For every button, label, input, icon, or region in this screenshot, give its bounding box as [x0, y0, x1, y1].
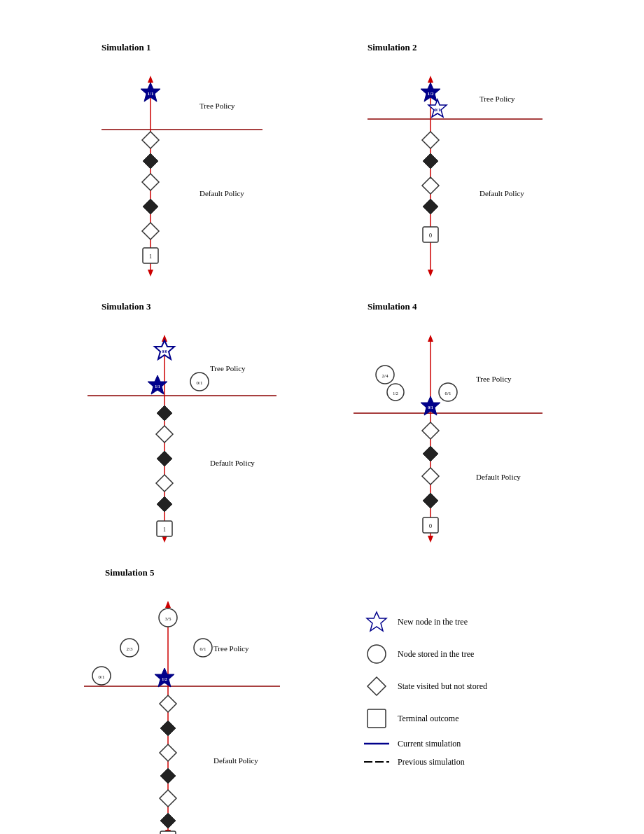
svg-marker-42	[156, 475, 173, 492]
page: Simulation 1 Tree Policy Default Policy …	[0, 0, 644, 834]
svg-marker-86	[160, 790, 176, 807]
svg-text:Tree Policy: Tree Policy	[210, 364, 246, 373]
legend-stored-node-label: Node stored in the tree	[398, 649, 474, 660]
sim4-title: Simulation 4	[368, 301, 416, 312]
bottom-row: Simulation 5 Tree Policy Default Policy …	[42, 567, 602, 834]
svg-marker-83	[160, 721, 176, 736]
svg-text:1/1: 1/1	[155, 384, 160, 389]
sim2-title: Simulation 2	[368, 42, 416, 53]
svg-text:0/0: 0/0	[162, 349, 167, 354]
svg-marker-15	[428, 270, 433, 277]
svg-marker-43	[157, 496, 172, 512]
legend-visited-state-label: State visited but not stored	[398, 681, 487, 692]
sim5-title: Simulation 5	[105, 567, 154, 578]
legend-container: New node in the tree Node stored in the …	[322, 567, 581, 834]
svg-marker-82	[160, 695, 176, 712]
legend-new-node-icon	[364, 609, 389, 634]
legend-previous-sim: Previous simulation	[364, 756, 595, 767]
sim3-title: Simulation 3	[102, 301, 150, 312]
svg-marker-87	[160, 813, 176, 828]
sim1-default-policy-label: Default Policy	[200, 189, 244, 197]
svg-marker-84	[160, 744, 176, 761]
svg-marker-39	[157, 405, 172, 421]
svg-text:0/1: 0/1	[445, 391, 451, 396]
legend-current-sim-icon	[364, 738, 389, 749]
legend-previous-sim-label: Previous simulation	[398, 757, 465, 767]
svg-marker-90	[367, 612, 386, 631]
simulation-4-block: Simulation 4 Tree Policy Default Policy …	[326, 301, 584, 553]
svg-marker-7	[143, 153, 158, 169]
svg-marker-85	[160, 768, 176, 784]
svg-rect-88	[160, 831, 176, 834]
svg-marker-16	[428, 76, 433, 83]
svg-text:0/1: 0/1	[197, 380, 203, 386]
svg-marker-21	[422, 132, 439, 148]
svg-text:Tree Policy: Tree Policy	[214, 644, 249, 653]
svg-marker-49	[428, 335, 433, 342]
legend-new-node-label: New node in the tree	[398, 617, 468, 627]
simulation-3-block: Simulation 3 Tree Policy Default Policy …	[59, 301, 318, 553]
svg-marker-23	[422, 177, 439, 194]
svg-text:0/1: 0/1	[428, 405, 433, 410]
svg-marker-2	[148, 270, 153, 277]
svg-text:1/2: 1/2	[428, 91, 434, 97]
legend-terminal-icon	[364, 706, 389, 731]
sim1-tree-policy-label: Tree Policy	[200, 102, 235, 110]
sim2-default-policy-label: Default Policy	[479, 189, 524, 197]
svg-text:3/5: 3/5	[165, 616, 172, 622]
sim2-tree-policy-label: Tree Policy	[479, 95, 515, 103]
svg-text:2/3: 2/3	[127, 646, 133, 652]
svg-marker-61	[423, 446, 438, 461]
svg-marker-63	[423, 493, 438, 508]
svg-text:1/2: 1/2	[162, 677, 167, 681]
svg-text:0: 0	[429, 232, 432, 239]
svg-text:Default Policy: Default Policy	[210, 459, 255, 467]
legend-terminal: Terminal outcome	[364, 706, 595, 731]
svg-text:Tree Policy: Tree Policy	[476, 375, 512, 383]
svg-text:Default Policy: Default Policy	[476, 473, 521, 481]
svg-marker-9	[143, 199, 158, 214]
svg-marker-10	[142, 223, 159, 239]
sim4-diagram: Tree Policy Default Policy 2/4 0/1 1/2	[326, 315, 584, 553]
svg-text:1: 1	[163, 527, 166, 533]
legend-list: New node in the tree Node stored in the …	[336, 602, 595, 767]
svg-text:0: 0	[429, 523, 432, 529]
legend-stored-node: Node stored in the tree	[364, 641, 595, 667]
svg-marker-40	[156, 426, 173, 443]
svg-marker-41	[157, 451, 172, 466]
svg-text:Default Policy: Default Policy	[214, 756, 258, 765]
svg-marker-3	[148, 76, 153, 83]
svg-marker-92	[368, 677, 386, 695]
svg-marker-22	[423, 153, 438, 169]
legend-visited-state-icon	[364, 674, 389, 699]
legend-stored-node-icon	[364, 641, 389, 667]
svg-marker-60	[422, 422, 439, 439]
legend-current-sim-label: Current simulation	[398, 739, 461, 749]
svg-text:0/1: 0/1	[99, 674, 105, 680]
sim2-diagram: Tree Policy Default Policy 1/2 0/1	[326, 56, 584, 287]
legend-terminal-label: Terminal outcome	[398, 714, 458, 724]
svg-marker-69	[165, 601, 171, 608]
legend-visited-state: State visited but not stored	[364, 674, 595, 699]
svg-marker-8	[142, 174, 159, 190]
legend-current-sim: Current simulation	[364, 738, 595, 749]
sim1-diagram: Tree Policy Default Policy 1/1	[59, 56, 318, 287]
svg-point-91	[368, 645, 386, 663]
svg-text:1: 1	[149, 253, 152, 260]
svg-marker-24	[423, 199, 438, 214]
sim1-title: Simulation 1	[102, 42, 150, 53]
svg-text:0/1: 0/1	[200, 646, 206, 652]
simulation-5-block: Simulation 5 Tree Policy Default Policy …	[63, 567, 322, 834]
svg-text:1/2: 1/2	[393, 391, 398, 396]
sim5-diagram: Tree Policy Default Policy 3/5 2/3 0/1	[63, 581, 322, 834]
svg-marker-6	[142, 132, 159, 148]
simulation-1-block: Simulation 1 Tree Policy Default Policy …	[59, 42, 318, 287]
svg-text:2/4: 2/4	[382, 373, 388, 379]
simulation-2-block: Simulation 2 Tree Policy Default Policy …	[326, 42, 584, 287]
sim3-diagram: Tree Policy Default Policy 0/0 0/1 1/1	[59, 315, 318, 553]
legend-previous-sim-icon	[364, 756, 389, 767]
svg-text:0/1: 0/1	[435, 107, 441, 113]
svg-marker-48	[428, 536, 433, 543]
legend-new-node: New node in the tree	[364, 609, 595, 634]
svg-marker-62	[422, 468, 439, 485]
